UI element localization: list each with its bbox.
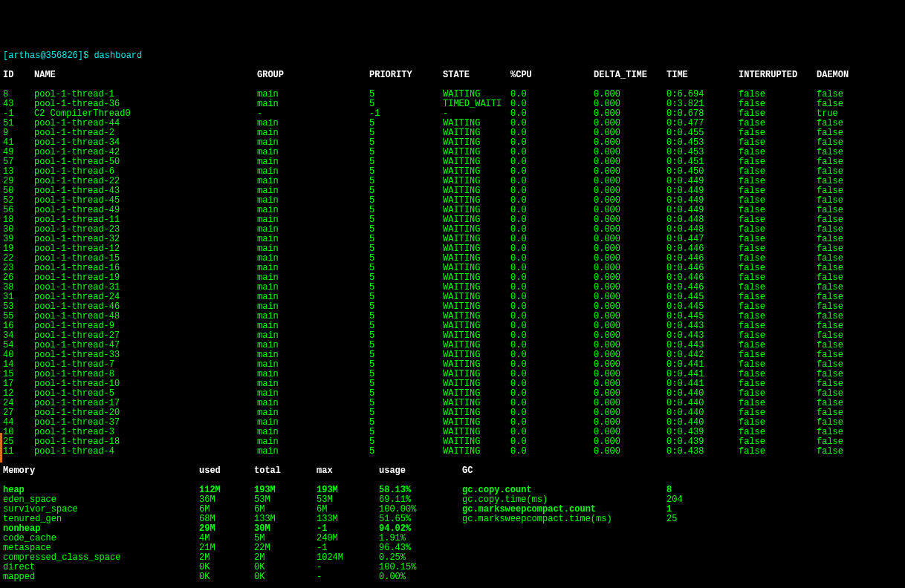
thread-priority: 5 <box>369 196 443 206</box>
thread-priority: 5 <box>369 321 443 331</box>
thread-priority: 5 <box>369 254 443 264</box>
memory-row: nonheap29M30M-194.02% <box>3 524 902 534</box>
hdr-total: total <box>254 466 317 476</box>
hdr-interrupted: INTERRUPTED <box>739 71 817 80</box>
memory-row: metaspace21M22M-196.43% <box>3 543 902 553</box>
memory-row: direct0K0K-100.15% <box>3 563 902 572</box>
thread-row: 11pool-1-thread-4main5WAITING0.00.0000:0… <box>3 447 902 457</box>
memory-row: code_cache4M5M240M1.91% <box>3 534 902 543</box>
thread-table: 8pool-1-thread-1main5WAITING0.00.0000:6.… <box>3 90 902 457</box>
hdr-priority: PRIORITY <box>369 71 443 80</box>
mem-max: - <box>317 572 379 582</box>
thread-priority: 5 <box>369 447 443 457</box>
thread-priority: 5 <box>369 283 443 293</box>
thread-interrupted: false <box>739 447 817 457</box>
memory-row: eden_space36M53M53M69.11%gc.copy.time(ms… <box>3 495 902 505</box>
gc-name: gc.marksweepcompact.time(ms) <box>462 514 666 524</box>
thread-priority: 5 <box>369 399 443 408</box>
thread-priority: 5 <box>369 206 443 215</box>
thread-priority: 5 <box>369 341 443 350</box>
thread-state: WAITING <box>443 447 510 457</box>
thread-priority: 5 <box>369 186 443 196</box>
thread-priority: 5 <box>369 273 443 283</box>
thread-priority: 5 <box>369 235 443 244</box>
thread-state: TIMED_WAITI <box>443 99 510 109</box>
hdr-time: TIME <box>666 71 739 80</box>
gc-value: 204 <box>666 495 741 505</box>
thread-priority: 5 <box>369 418 443 428</box>
memory-row: compressed_class_space2M2M1024M0.25% <box>3 553 902 563</box>
thread-priority: 5 <box>369 177 443 186</box>
hdr-name: NAME <box>34 71 257 80</box>
hdr-daemon: DAEMON <box>817 71 876 80</box>
terminal-output[interactable]: [arthas@356826]$ dashboard IDNAMEGROUPPR… <box>3 42 902 588</box>
thread-priority: 5 <box>369 293 443 302</box>
thread-row: 43pool-1-thread-36main5TIMED_WAITI0.00.0… <box>3 99 902 109</box>
hdr-cpu: %CPU <box>510 71 594 80</box>
thread-priority: 5 <box>369 360 443 370</box>
thread-priority: 5 <box>369 167 443 177</box>
hdr-memory: Memory <box>3 466 199 476</box>
prompt-line: [arthas@356826]$ dashboard <box>3 51 902 61</box>
hdr-used: used <box>199 466 254 476</box>
mem-name: mapped <box>3 572 199 582</box>
memory-table: heap112M193M193M58.13%gc.copy.count8eden… <box>3 486 902 582</box>
thread-id: 11 <box>3 447 34 457</box>
thread-priority: 5 <box>369 99 443 109</box>
thread-header-row: IDNAMEGROUPPRIORITYSTATE%CPUDELTA_TIMETI… <box>3 71 902 80</box>
thread-delta: 0.000 <box>594 447 666 457</box>
mem-max: 1024M <box>317 553 379 563</box>
thread-name: pool-1-thread-4 <box>34 447 257 457</box>
thread-priority: 5 <box>369 119 443 128</box>
mem-used: 0K <box>199 572 254 582</box>
mem-usage: 0.00% <box>379 572 462 582</box>
thread-priority: 5 <box>369 157 443 167</box>
thread-priority: 5 <box>369 389 443 399</box>
thread-priority: 5 <box>369 312 443 321</box>
thread-priority: -1 <box>369 109 443 119</box>
memory-header-row: MemoryusedtotalmaxusageGC <box>3 466 902 476</box>
gc-value: 25 <box>666 514 741 524</box>
hdr-usage: usage <box>379 466 462 476</box>
gc-value: 1 <box>666 505 741 514</box>
memory-row: mapped0K0K-0.00% <box>3 572 902 582</box>
scroll-indicator <box>0 433 2 463</box>
hdr-delta: DELTA_TIME <box>594 71 666 80</box>
thread-priority: 5 <box>369 215 443 225</box>
thread-group: main <box>257 99 369 109</box>
thread-priority: 5 <box>369 138 443 148</box>
hdr-max: max <box>317 466 379 476</box>
mem-max: - <box>317 563 379 572</box>
thread-time: 0:0.438 <box>666 447 739 457</box>
thread-priority: 5 <box>369 244 443 254</box>
thread-priority: 5 <box>369 370 443 379</box>
hdr-state: STATE <box>443 71 510 80</box>
thread-priority: 5 <box>369 302 443 312</box>
memory-row: survivor_space6M6M6M100.00%gc.marksweepc… <box>3 505 902 514</box>
thread-priority: 5 <box>369 148 443 157</box>
thread-priority: 5 <box>369 128 443 138</box>
thread-daemon: false <box>817 447 876 457</box>
thread-priority: 5 <box>369 428 443 437</box>
memory-row: tenured_gen68M133M133M51.65%gc.marksweep… <box>3 514 902 524</box>
thread-priority: 5 <box>369 225 443 235</box>
thread-priority: 5 <box>369 437 443 447</box>
thread-priority: 5 <box>369 264 443 273</box>
hdr-gc: GC <box>462 466 473 476</box>
thread-priority: 5 <box>369 408 443 418</box>
thread-priority: 5 <box>369 90 443 99</box>
mem-total: 0K <box>254 572 317 582</box>
thread-cpu: 0.0 <box>510 447 594 457</box>
thread-priority: 5 <box>369 379 443 389</box>
thread-priority: 5 <box>369 350 443 360</box>
memory-row: heap112M193M193M58.13%gc.copy.count8 <box>3 486 902 495</box>
thread-group: main <box>257 447 369 457</box>
thread-priority: 5 <box>369 331 443 341</box>
hdr-id: ID <box>3 71 34 80</box>
hdr-group: GROUP <box>257 71 369 80</box>
